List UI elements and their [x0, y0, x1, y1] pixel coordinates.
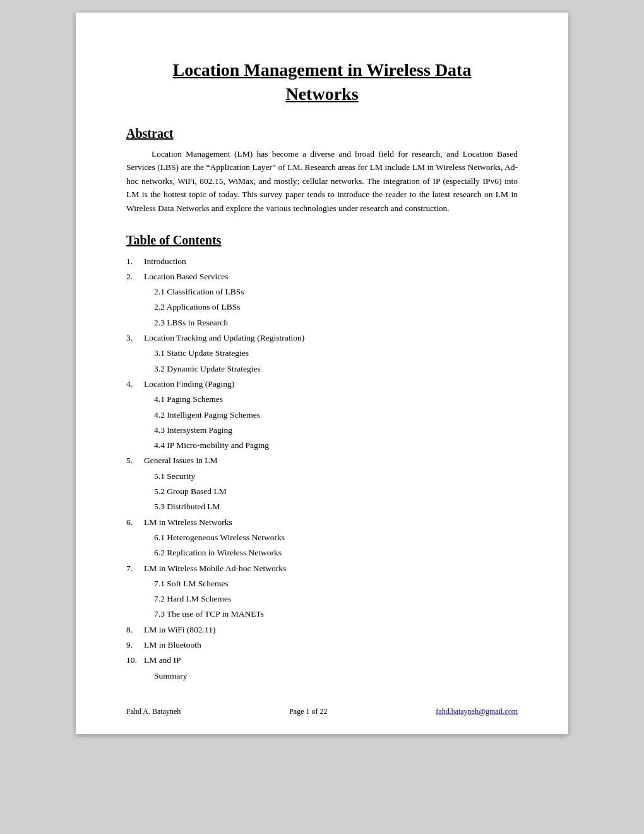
toc-item-number: 6.	[126, 515, 144, 530]
toc-subitem: 3.1 Static Update Strategies	[154, 346, 518, 361]
toc-subitem: 5.3 Distributed LM	[154, 499, 518, 514]
toc-subitem: 4.1 Paging Schemes	[154, 392, 518, 407]
toc-list: 1.Introduction2.Location Based Services2…	[126, 254, 518, 684]
footer-author: Fahd A. Batayneh	[126, 707, 181, 716]
toc-item: 5.General Issues in LM5.1 Security5.2 Gr…	[126, 453, 518, 514]
footer-email[interactable]: fahd.batayneh@gmail.com	[436, 707, 518, 716]
toc-item-label: General Issues in LM	[144, 453, 218, 468]
toc-subitem: 4.3 Intersystem Paging	[154, 423, 518, 438]
toc-item-label: LM in Wireless Mobile Ad-hoc Networks	[144, 561, 286, 576]
toc-item: 10.LM and IPSummary	[126, 653, 518, 684]
toc-item-label: LM in Bluetooth	[144, 638, 201, 653]
toc-item-number: 8.	[126, 622, 144, 638]
toc-subitem: 4.2 Intelligent Paging Schemes	[154, 408, 518, 423]
toc-subitem: 7.3 The use of TCP in MANETs	[154, 607, 518, 622]
toc-item-number: 3.	[126, 330, 144, 346]
document-title: Location Management in Wireless Data Net…	[126, 58, 518, 106]
toc-subitem: 4.4 IP Micro-mobility and Paging	[154, 438, 518, 453]
toc-item: 7.LM in Wireless Mobile Ad-hoc Networks7…	[126, 561, 518, 622]
footer-page: Page 1 of 22	[289, 707, 327, 716]
toc-subitem: 7.2 Hard LM Schemes	[154, 591, 518, 607]
toc-item-number: 5.	[126, 453, 144, 468]
toc-subitem: 5.1 Security	[154, 469, 518, 484]
title-block: Location Management in Wireless Data Net…	[126, 58, 518, 106]
abstract-section: Abstract Location Management (LM) has be…	[126, 126, 518, 215]
toc-item: 8.LM in WiFi (802.11)	[126, 622, 518, 638]
toc-item: 6.LM in Wireless Networks6.1 Heterogeneo…	[126, 515, 518, 561]
toc-item: 4.Location Finding (Paging)4.1 Paging Sc…	[126, 377, 518, 453]
toc-subitem: 6.1 Heterogeneous Wireless Networks	[154, 530, 518, 545]
toc-subitem: Summary	[154, 668, 518, 684]
toc-item-label: Location Tracking and Updating (Registra…	[144, 330, 304, 346]
toc-item: 1.Introduction	[126, 254, 518, 269]
toc-item-label: Introduction	[144, 254, 186, 269]
toc-subitem: 3.2 Dynamic Update Strategies	[154, 361, 518, 377]
toc-item-number: 4.	[126, 377, 144, 392]
toc-item-number: 10.	[126, 653, 144, 668]
document-page: Location Management in Wireless Data Net…	[76, 13, 568, 734]
toc-item-number: 9.	[126, 638, 144, 653]
abstract-heading: Abstract	[126, 126, 518, 141]
toc-subitem: 5.2 Group Based LM	[154, 484, 518, 499]
toc-subitem: 2.3 LBSs in Research	[154, 315, 518, 330]
title-line2: Networks	[285, 84, 358, 104]
toc-subitem: 2.1 Classification of LBSs	[154, 284, 518, 299]
toc-item-number: 2.	[126, 269, 144, 284]
abstract-text: Location Management (LM) has become a di…	[126, 147, 518, 215]
toc-item: 9.LM in Bluetooth	[126, 638, 518, 653]
toc-item-number: 1.	[126, 254, 144, 269]
toc-item: 3.Location Tracking and Updating (Regist…	[126, 330, 518, 377]
toc-item: 2.Location Based Services2.1 Classificat…	[126, 269, 518, 330]
toc-subitem: 2.2 Applications of LBSs	[154, 299, 518, 315]
toc-item-number: 7.	[126, 561, 144, 576]
toc-item-label: LM in Wireless Networks	[144, 515, 232, 530]
toc-section: Table of Contents 1.Introduction2.Locati…	[126, 233, 518, 684]
toc-item-label: LM and IP	[144, 653, 181, 668]
toc-heading: Table of Contents	[126, 233, 518, 248]
toc-item-label: Location Finding (Paging)	[144, 377, 234, 392]
title-line1: Location Management in Wireless Data	[173, 60, 472, 80]
toc-item-label: Location Based Services	[144, 269, 228, 284]
toc-item-label: LM in WiFi (802.11)	[144, 622, 215, 638]
toc-subitem: 6.2 Replication in Wireless Networks	[154, 545, 518, 560]
footer: Fahd A. Batayneh Page 1 of 22 fahd.batay…	[126, 707, 518, 716]
toc-subitem: 7.1 Soft LM Schemes	[154, 576, 518, 591]
